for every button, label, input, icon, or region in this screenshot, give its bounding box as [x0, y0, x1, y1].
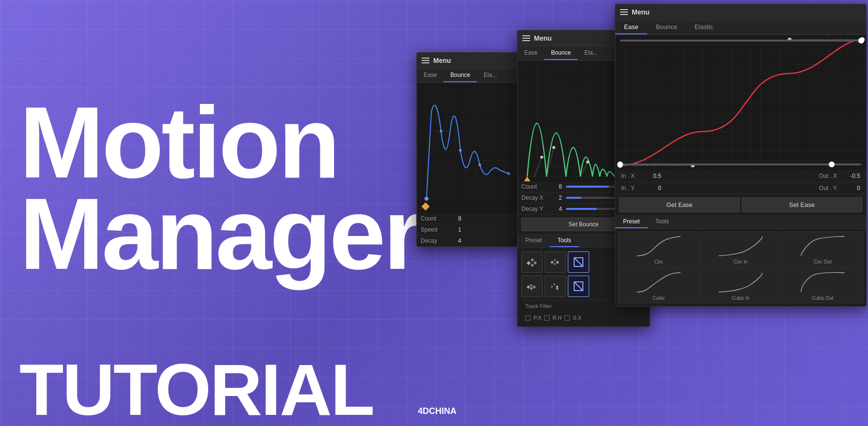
svg-rect-18: [531, 264, 534, 267]
svg-point-2: [459, 149, 462, 152]
preset-cubic-out-label: Cubic Out: [786, 295, 860, 301]
field-decay-1: Decay 4: [417, 235, 518, 247]
tool-box2-btn[interactable]: [568, 276, 589, 297]
tab-ela-2[interactable]: Ela...: [578, 46, 604, 60]
preset-circ-in-label: Circ In: [703, 259, 777, 264]
hamburger-icon-2[interactable]: [522, 35, 530, 41]
svg-rect-25: [527, 285, 530, 289]
panel-3-tabs: Ease Bounce Elastic: [615, 20, 866, 35]
label-rh: R.H: [552, 315, 562, 321]
bounce-chart-1: [417, 83, 518, 213]
tool-scatter2-btn[interactable]: [545, 251, 566, 273]
svg-point-8: [540, 156, 543, 159]
tab-tools-3[interactable]: Tools: [648, 216, 677, 228]
svg-rect-28: [530, 287, 533, 290]
svg-rect-22: [553, 263, 556, 265]
preset-circ[interactable]: Circ: [618, 232, 699, 267]
label-out-x: Out . X: [665, 173, 837, 179]
ease-field-row-2: In . Y 0 Out . Y 0: [615, 182, 866, 194]
hamburger-icon-3[interactable]: [620, 9, 628, 15]
tool-pattern2-btn[interactable]: [545, 276, 566, 297]
preset-cubic-out[interactable]: Cubic Out: [782, 268, 863, 303]
value-in-y: 0: [642, 185, 661, 191]
checkbox-rh[interactable]: [544, 315, 549, 321]
tab-ease-2[interactable]: Ease: [518, 46, 544, 60]
svg-line-7: [534, 157, 542, 176]
tool-scatter-btn[interactable]: [521, 251, 543, 273]
panel-1-title: Menu: [433, 57, 451, 64]
tab-bounce-1[interactable]: Bounce: [443, 69, 477, 82]
ease-preset-tools-tabs: Preset Tools: [615, 216, 866, 229]
tab-bounce-2[interactable]: Bounce: [544, 46, 578, 60]
tab-preset-2[interactable]: Preset: [518, 235, 550, 247]
panel-2-title: Menu: [534, 34, 552, 42]
label-in-x: In . X: [621, 173, 638, 179]
preset-cubic-label: Cubic: [622, 295, 696, 301]
preset-cubic-curve: [622, 270, 696, 294]
svg-marker-6: [523, 176, 531, 181]
ease-field-row-1: In . X 0.5 Out . X -0.5: [615, 170, 866, 182]
set-ease-button[interactable]: Set Ease: [742, 197, 862, 212]
tab-ease-3[interactable]: Ease: [615, 20, 647, 34]
svg-rect-26: [530, 284, 533, 287]
preset-circ-out[interactable]: Circ Out: [782, 232, 863, 267]
svg-rect-29: [550, 285, 553, 288]
svg-rect-20: [553, 259, 556, 262]
svg-point-10: [552, 146, 555, 149]
value-in-x: 0.5: [642, 173, 661, 179]
preset-cubic-in-label: Cubic In: [703, 295, 777, 301]
panel-bounce-1: Menu Ease Bounce Ela... Count 8 Speed 1 …: [416, 52, 518, 247]
ease-top-slider[interactable]: [620, 40, 861, 42]
tab-ease-1[interactable]: Ease: [417, 69, 443, 82]
tab-elastic-3[interactable]: Elastic: [686, 20, 722, 34]
svg-rect-15: [527, 261, 531, 265]
preset-cubic-in[interactable]: Cubic In: [700, 268, 781, 303]
preset-grid: Circ Circ In Circ Out: [615, 229, 866, 306]
svg-point-12: [586, 161, 589, 163]
panel-1-header[interactable]: Menu: [417, 53, 518, 69]
subtitle: TUTORIAL: [19, 348, 374, 426]
panel-3-header[interactable]: Menu: [615, 4, 866, 20]
preset-circ-out-label: Circ Out: [786, 259, 860, 264]
preset-circ-in[interactable]: Circ In: [700, 232, 781, 267]
ease-top-thumb[interactable]: [858, 38, 864, 44]
tab-bounce-3[interactable]: Bounce: [647, 20, 686, 34]
svg-rect-27: [533, 285, 536, 289]
preset-circ-curve: [622, 234, 696, 258]
tool-box-btn[interactable]: [568, 251, 589, 273]
ease-bottom-left-thumb[interactable]: [617, 162, 623, 167]
ease-bottom-right-thumb[interactable]: [829, 162, 835, 167]
preset-cubic-in-curve: [703, 270, 777, 294]
svg-rect-16: [531, 258, 534, 262]
tool-pattern-btn[interactable]: [521, 276, 543, 297]
svg-point-1: [440, 130, 442, 132]
label-in-y: In . Y: [621, 185, 638, 191]
panel-ease: Menu Ease Bounce Elastic: [615, 4, 867, 307]
tab-ela-1[interactable]: Ela...: [477, 69, 503, 82]
value-out-x: -0.5: [841, 173, 860, 179]
value-out-y: 0: [841, 185, 860, 191]
svg-point-0: [425, 197, 428, 201]
ease-bottom-slider[interactable]: [620, 163, 861, 165]
tab-preset-3[interactable]: Preset: [615, 216, 648, 228]
svg-rect-19: [550, 261, 554, 264]
tab-tools-2[interactable]: Tools: [550, 235, 579, 247]
preset-cubic-out-curve: [786, 270, 860, 294]
watermark: 4DCHINA: [418, 406, 457, 416]
svg-point-4: [507, 172, 510, 175]
label-sx: S.X: [573, 315, 581, 321]
panel-1-tabs: Ease Bounce Ela...: [417, 69, 518, 83]
field-speed-1: Speed 1: [417, 224, 518, 235]
preset-cubic[interactable]: Cubic: [618, 268, 699, 303]
preset-circ-out-curve: [786, 234, 860, 258]
hamburger-icon-1[interactable]: [422, 58, 429, 63]
svg-rect-30: [553, 283, 556, 286]
svg-rect-17: [533, 261, 537, 264]
svg-line-34: [574, 282, 583, 291]
label-out-y: Out . Y: [665, 185, 837, 191]
svg-line-24: [574, 258, 583, 266]
get-ease-button[interactable]: Get Ease: [619, 197, 740, 212]
svg-point-3: [478, 163, 481, 166]
checkbox-sx[interactable]: [564, 315, 570, 321]
checkbox-px[interactable]: [525, 315, 531, 321]
